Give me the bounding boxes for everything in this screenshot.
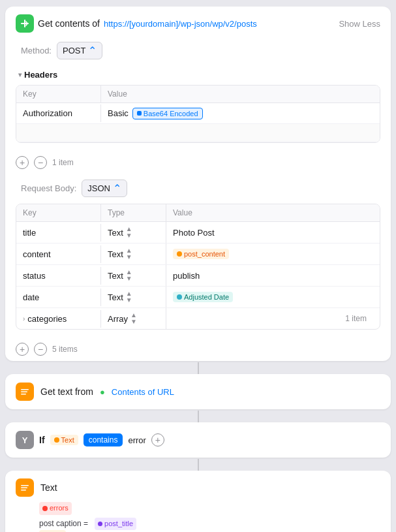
table-row: › categories Array ▲▼ 1 item — [16, 308, 380, 329]
select-arrow-icon: ⌃ — [88, 44, 97, 57]
remove-body-row-button[interactable]: − — [34, 343, 47, 356]
auth-basic-text: Basic — [108, 108, 129, 118]
headers-add-remove-bar: + − 1 item — [16, 151, 380, 174]
headers-label: Headers — [24, 70, 57, 80]
row-key-categories: › categories — [16, 310, 101, 328]
teal-dot-icon — [177, 294, 182, 300]
row-key-content: content — [16, 245, 101, 263]
json-format-select[interactable]: JSON ⌃ — [82, 180, 127, 197]
body-table: Key Type Value title Text ▲▼ Photo Post … — [16, 204, 380, 330]
svg-rect-6 — [21, 488, 27, 489]
caption-label: post caption = — [39, 519, 88, 528]
url-link[interactable]: https://[yourdomain]/wp-json/wp/v2/posts — [104, 19, 257, 29]
if-icon-label: Y — [22, 435, 28, 445]
row-value-categories: 1 item — [166, 310, 380, 327]
add-header-button[interactable]: + — [16, 156, 29, 169]
row-type-content: Text ▲▼ — [101, 243, 166, 264]
body-value-header: Value — [166, 204, 380, 221]
chevron-icon: ▾ — [18, 71, 22, 78]
row-key-date: date — [16, 289, 101, 306]
type-arrows-icon: ▲▼ — [126, 290, 132, 304]
if-icon: Y — [16, 431, 34, 449]
text-card-title: Text — [40, 482, 57, 493]
remove-header-button[interactable]: − — [34, 156, 47, 169]
get-text-content: Get text from ● Contents of URL — [5, 374, 391, 409]
add-body-row-button[interactable]: + — [16, 343, 29, 356]
auth-value-cell: Basic Base64 Encoded — [101, 104, 380, 123]
errors-tag-label: errors — [50, 503, 69, 514]
caption-line: post caption = post_title — [39, 518, 380, 531]
get-contents-header: Get contents of https://[yourdomain]/wp-… — [16, 14, 380, 33]
if-card: Y If Text contains error + — [5, 422, 391, 458]
headers-table-header: Key Value — [16, 86, 380, 103]
headers-section-header: ▾ Headers — [16, 67, 380, 85]
type-arrows-icon: ▲▼ — [126, 247, 132, 260]
method-value: POST — [63, 46, 85, 55]
type-arrows-icon: ▲▼ — [126, 226, 132, 239]
orange-dot-icon — [177, 251, 182, 257]
purple-dot — [98, 522, 102, 526]
svg-rect-3 — [21, 392, 27, 393]
svg-rect-2 — [21, 389, 29, 390]
if-text-tag: Text — [50, 435, 78, 445]
request-body-label: Request Body: — [21, 183, 76, 193]
value-column-header: Value — [101, 86, 380, 102]
table-row: date Text ▲▼ Adjusted Date — [16, 287, 380, 308]
green-dot-inline: ● — [100, 387, 105, 397]
text-card-icon — [16, 478, 34, 497]
connector-1 — [198, 362, 199, 374]
if-value: error — [128, 435, 145, 445]
type-arrows-icon: ▲▼ — [130, 312, 137, 325]
adjusted-date-tag: Adjusted Date — [173, 292, 233, 302]
get-text-label: Get text from — [40, 386, 93, 397]
get-contents-card: Get contents of https://[yourdomain]/wp-… — [5, 7, 391, 361]
get-text-icon — [16, 383, 34, 401]
if-tag-label: Text — [61, 436, 74, 444]
body-item-count: 5 items — [52, 345, 78, 354]
svg-rect-1 — [24, 20, 25, 27]
body-add-remove-bar: + − 5 items — [16, 337, 380, 361]
if-card-content: Y If Text contains error + — [5, 422, 391, 458]
post-content-tag: post_content — [173, 249, 229, 259]
text-card-header: Text — [5, 471, 391, 502]
if-add-condition-button[interactable]: + — [151, 433, 164, 446]
json-arrow-icon: ⌃ — [113, 182, 121, 195]
svg-rect-7 — [21, 490, 26, 491]
auth-row: Authorization Basic Base64 Encoded — [16, 103, 380, 124]
text-card-body: errors post caption = post_title Text — [5, 502, 391, 532]
svg-rect-4 — [21, 394, 26, 395]
post-title-tag: post_title — [95, 518, 136, 531]
base64-tag-label: Base64 Encoded — [144, 110, 198, 117]
row-type-categories: Array ▲▼ — [101, 308, 166, 329]
body-type-header: Type — [101, 204, 166, 221]
base64-dot — [137, 111, 142, 116]
row-value-status: publish — [166, 267, 380, 285]
contents-of-url-link[interactable]: Contents of URL — [112, 387, 174, 397]
empty-header-row — [16, 124, 380, 142]
row-key-status: status — [16, 267, 101, 285]
get-text-card: Get text from ● Contents of URL — [5, 374, 391, 409]
table-row: title Text ▲▼ Photo Post — [16, 222, 380, 243]
json-format-value: JSON — [87, 183, 110, 193]
method-row: Method: POST ⌃ — [16, 42, 380, 59]
errors-dot — [42, 506, 48, 511]
text-card: Text errors post caption = post_title Te… — [5, 471, 391, 532]
method-label: Method: — [21, 46, 52, 55]
card-title-label: Get contents of — [38, 18, 100, 29]
row-key-title: title — [16, 224, 101, 242]
row-value-title: Photo Post — [166, 224, 380, 242]
table-row: content Text ▲▼ post_content — [16, 243, 380, 265]
request-body-row: Request Body: JSON ⌃ — [16, 174, 380, 204]
svg-rect-5 — [21, 485, 29, 486]
expand-icon[interactable]: › — [23, 315, 25, 322]
contains-operator[interactable]: contains — [84, 433, 123, 446]
if-orange-dot — [54, 437, 59, 443]
auth-key-cell: Authorization — [16, 104, 101, 122]
connector-3 — [198, 459, 199, 471]
row-value-content: post_content — [166, 245, 380, 263]
row-type-title: Text ▲▼ — [101, 222, 166, 243]
type-arrows-icon: ▲▼ — [126, 269, 132, 282]
base64-tag: Base64 Encoded — [132, 108, 203, 119]
method-select[interactable]: POST ⌃ — [57, 42, 102, 59]
show-less-button[interactable]: Show Less — [339, 19, 380, 29]
